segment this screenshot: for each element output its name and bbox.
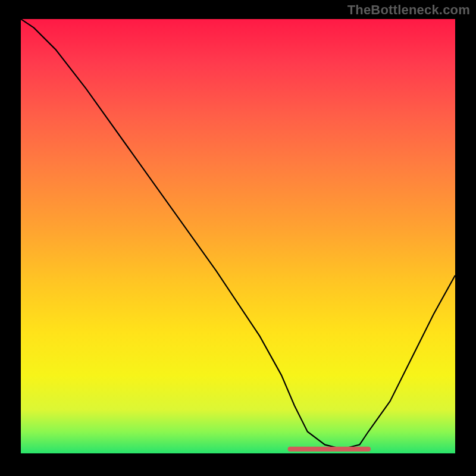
watermark-text: TheBottleneck.com	[347, 2, 470, 18]
chart-container: TheBottleneck.com	[0, 0, 476, 476]
curve-svg	[21, 19, 455, 453]
main-curve-line	[21, 19, 455, 449]
